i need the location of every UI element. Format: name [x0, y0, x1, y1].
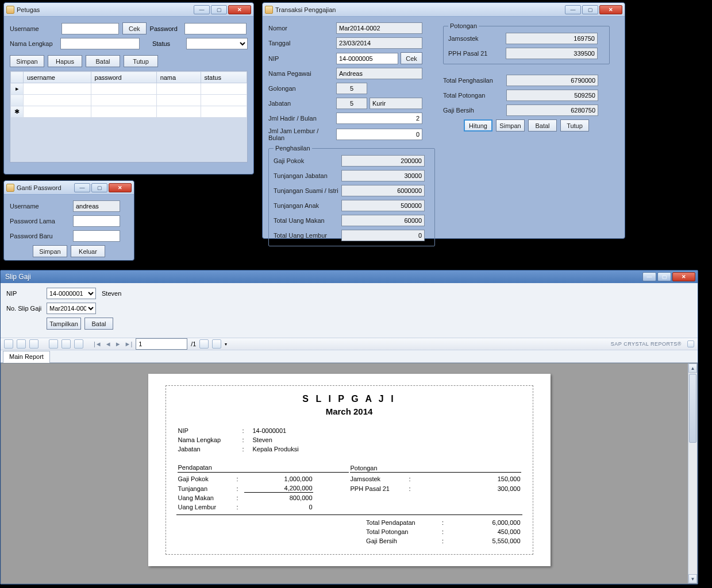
maximize-button[interactable]: ▢	[582, 5, 598, 14]
nav-next-icon[interactable]: ►	[115, 341, 121, 347]
table-row[interactable]: ▸	[11, 83, 247, 95]
pwbaru-input[interactable]	[73, 230, 120, 242]
batal-button[interactable]: Batal	[528, 119, 557, 131]
nav-first-icon[interactable]: |◄	[94, 341, 102, 347]
gp-label: Gaji Pokok	[274, 157, 341, 164]
ta-input[interactable]	[341, 200, 425, 211]
nama-input[interactable]	[60, 38, 140, 49]
nav-prev-icon[interactable]: ◄	[105, 341, 111, 347]
tpeng-input[interactable]	[506, 75, 598, 86]
simpan-button[interactable]: Simpan	[496, 119, 525, 131]
potongan-legend: Potongan	[448, 22, 479, 29]
tl-input[interactable]	[341, 230, 425, 241]
titlebar[interactable]: Transaksi Penggajian — ▢ ✕	[263, 3, 625, 17]
minimize-button[interactable]: —	[565, 5, 581, 14]
batal-button[interactable]: Batal	[84, 318, 113, 330]
jams-input[interactable]	[506, 33, 598, 44]
keluar-button[interactable]: Keluar	[71, 245, 105, 257]
batal-button[interactable]: Batal	[86, 55, 120, 67]
copy-icon[interactable]	[49, 339, 58, 349]
tm-label: Total Uang Makan	[274, 217, 341, 224]
close-button[interactable]: ✕	[672, 272, 695, 281]
nama-label: Nama Pegawai	[268, 70, 336, 77]
password-input[interactable]	[184, 23, 247, 34]
hitung-button[interactable]: Hitung	[464, 119, 492, 131]
nip-input[interactable]	[336, 53, 398, 64]
tpot-input[interactable]	[506, 90, 598, 101]
nama-input[interactable]	[336, 68, 422, 79]
simpan-button[interactable]: Simpan	[10, 55, 44, 67]
minimize-button[interactable]: —	[642, 272, 656, 281]
gb-input[interactable]	[506, 105, 598, 116]
minimize-button[interactable]: —	[194, 5, 210, 14]
jab-num-input[interactable]	[336, 98, 367, 109]
status-label: Status	[152, 40, 186, 47]
pwlama-label: Password Lama	[10, 218, 73, 225]
close-button[interactable]: ✕	[228, 5, 251, 14]
maximize-button[interactable]: ▢	[91, 183, 107, 192]
maximize-button[interactable]: ▢	[211, 5, 227, 14]
nip-select[interactable]: 14-0000001	[47, 288, 96, 299]
scroll-thumb[interactable]	[689, 374, 696, 443]
zoom-icon[interactable]	[212, 339, 221, 349]
report-viewer[interactable]: S L I P G A J I March 2014 NIP:14-000000…	[1, 363, 698, 584]
tm-input[interactable]	[341, 215, 425, 226]
tab-main-report[interactable]: Main Report	[3, 351, 50, 363]
no-select[interactable]: Mar2014-0001	[47, 303, 96, 314]
username-input[interactable]	[73, 200, 120, 212]
hapus-button[interactable]: Hapus	[48, 55, 82, 67]
table-row[interactable]: ✱	[11, 106, 247, 118]
tgl-input[interactable]	[336, 37, 422, 49]
pph-input[interactable]	[506, 48, 598, 59]
nav-last-icon[interactable]: ►|	[125, 341, 133, 347]
window-title: Slip Gaji	[5, 273, 641, 281]
col-nama[interactable]: nama	[156, 72, 201, 83]
table-row[interactable]	[11, 95, 247, 106]
titlebar[interactable]: Slip Gaji — ▢ ✕	[1, 270, 698, 283]
vertical-scrollbar[interactable]: ▲ ▼	[688, 363, 697, 583]
close-button[interactable]: ✕	[599, 5, 622, 14]
tree-icon[interactable]	[74, 339, 83, 349]
export-icon[interactable]	[4, 339, 13, 349]
tutup-button[interactable]: Tutup	[124, 55, 158, 67]
scroll-down-icon[interactable]: ▼	[688, 574, 697, 583]
hadir-input[interactable]	[336, 113, 422, 124]
close-button[interactable]: ✕	[109, 183, 132, 192]
tj-label: Tunjangan Jabatan	[274, 172, 341, 179]
print-icon[interactable]	[17, 339, 26, 349]
gp-input[interactable]	[341, 155, 425, 167]
col-password[interactable]: password	[91, 72, 156, 83]
petugas-grid[interactable]: username password nama status ▸ ✱	[10, 71, 248, 163]
username-label: Username	[10, 25, 61, 32]
tutup-button[interactable]: Tutup	[560, 119, 589, 131]
simpan-button[interactable]: Simpan	[33, 245, 67, 257]
col-username[interactable]: username	[24, 72, 91, 83]
username-input[interactable]	[61, 23, 119, 34]
page-input[interactable]	[136, 338, 187, 350]
nomor-input[interactable]	[336, 22, 422, 34]
col-status[interactable]: status	[201, 72, 247, 83]
gol-input[interactable]	[336, 83, 367, 94]
status-select[interactable]	[186, 38, 248, 49]
refresh-icon[interactable]	[29, 339, 39, 349]
help-icon[interactable]	[61, 339, 71, 349]
jab-nm-input[interactable]	[370, 98, 422, 109]
titlebar[interactable]: Ganti Password — ▢ ✕	[4, 181, 134, 195]
tj-input[interactable]	[341, 170, 425, 181]
search-icon[interactable]	[199, 339, 209, 349]
pwlama-input[interactable]	[73, 215, 120, 227]
scroll-up-icon[interactable]: ▲	[688, 363, 697, 373]
titlebar[interactable]: Petugas — ▢ ✕	[4, 3, 253, 17]
tampilkan-button[interactable]: Tampilkan	[47, 318, 81, 330]
tgl-label: Tanggal	[268, 40, 336, 47]
app-icon	[265, 6, 273, 14]
brand-label: SAP CRYSTAL REPORTS®	[611, 341, 682, 347]
cek-button[interactable]: Cek	[401, 52, 422, 64]
close-panel-icon[interactable]	[687, 341, 694, 347]
ts-input[interactable]	[341, 185, 425, 196]
minimize-button[interactable]: —	[74, 183, 90, 192]
lembur-input[interactable]	[336, 129, 422, 140]
app-icon	[6, 6, 14, 14]
cek-button[interactable]: Cek	[122, 22, 147, 34]
maximize-button[interactable]: ▢	[657, 272, 671, 281]
